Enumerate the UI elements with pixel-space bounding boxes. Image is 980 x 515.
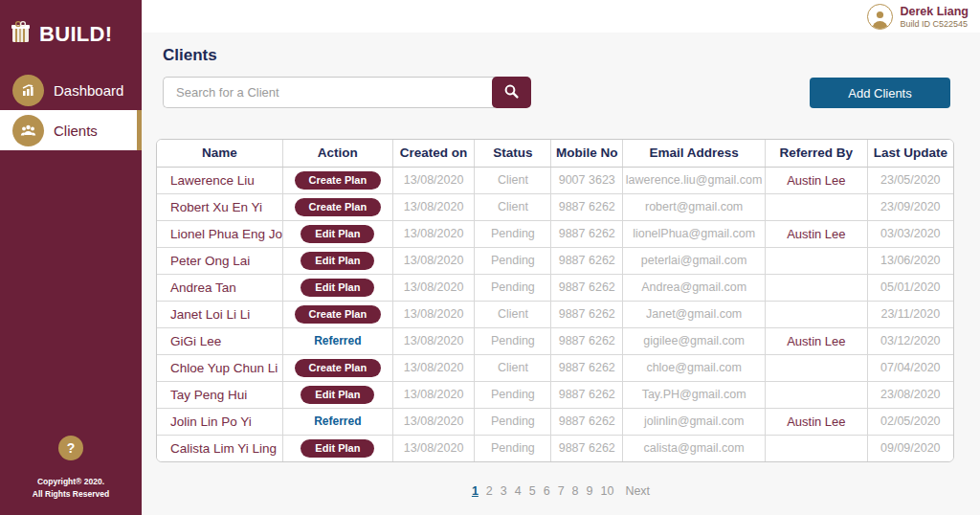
action-cell: Create Plan — [282, 193, 392, 220]
search-input[interactable] — [163, 77, 495, 108]
plan-button[interactable]: Edit Plan — [301, 439, 374, 458]
referred-label[interactable]: Referred — [314, 414, 361, 428]
mobile-no: 9887 6262 — [551, 408, 623, 435]
plan-button[interactable]: Edit Plan — [301, 225, 374, 243]
last-update: 03/12/2020 — [867, 327, 953, 354]
sidebar-item-clients[interactable]: Clients — [0, 110, 142, 150]
plan-button[interactable]: Create Plan — [295, 305, 382, 324]
column-header: Name — [157, 140, 282, 167]
plan-button[interactable]: Edit Plan — [301, 386, 374, 404]
client-name: Calista Lim Yi Ling — [157, 435, 282, 461]
table-row[interactable]: Lionel Phua Eng Joo Edit Plan 13/08/2020… — [157, 220, 953, 247]
status: Pending — [475, 274, 551, 301]
action-cell: Create Plan — [282, 354, 392, 381]
plan-button[interactable]: Create Plan — [295, 359, 382, 377]
page-link-9[interactable]: 9 — [587, 484, 593, 498]
email-address: jolinlin@gmail.com — [623, 408, 766, 435]
table-row[interactable]: Chloe Yup Chun Li Create Plan 13/08/2020… — [157, 354, 953, 381]
search-button[interactable] — [492, 77, 531, 108]
page-link-8[interactable]: 8 — [572, 484, 579, 498]
email-address: calista@gmail.com — [623, 435, 766, 461]
column-header: Status — [475, 140, 551, 167]
referred-by: Austin Lee — [766, 327, 867, 354]
email-address: Tay.PH@gmail.com — [623, 381, 766, 408]
created-on: 13/08/2020 — [392, 408, 475, 435]
email-address: Andrea@gmail.com — [623, 274, 766, 301]
mobile-no: 9887 6262 — [551, 193, 623, 220]
referred-by — [766, 274, 867, 301]
mobile-no: 9887 6262 — [551, 220, 623, 247]
page-link-2[interactable]: 2 — [486, 484, 493, 498]
created-on: 13/08/2020 — [392, 354, 475, 381]
plan-button[interactable]: Edit Plan — [301, 252, 374, 270]
created-on: 13/08/2020 — [392, 220, 475, 247]
client-name: Janet Loi Li Li — [157, 301, 282, 327]
mobile-no: 9887 6262 — [551, 274, 623, 301]
action-cell: Edit Plan — [282, 220, 392, 247]
table-row[interactable]: Lawerence Liu Create Plan 13/08/2020 Cli… — [157, 167, 953, 193]
table-row[interactable]: Calista Lim Yi Ling Edit Plan 13/08/2020… — [157, 435, 953, 461]
last-update: 23/08/2020 — [867, 381, 953, 408]
table-row[interactable]: Robert Xu En Yi Create Plan 13/08/2020 C… — [157, 193, 953, 220]
created-on: 13/08/2020 — [392, 435, 475, 461]
plan-button[interactable]: Create Plan — [295, 198, 382, 216]
sidebar-item-dashboard[interactable]: Dashboard — [0, 70, 142, 110]
page-link-7[interactable]: 7 — [558, 484, 565, 498]
referred-label[interactable]: Referred — [314, 334, 361, 347]
referred-by — [766, 354, 867, 381]
last-update: 13/06/2020 — [867, 247, 953, 274]
table-row[interactable]: Tay Peng Hui Edit Plan 13/08/2020 Pendin… — [157, 381, 953, 408]
column-header: Created on — [392, 140, 475, 167]
action-cell: Edit Plan — [282, 274, 392, 301]
column-header: Email Address — [623, 140, 766, 167]
mobile-no: 9007 3623 — [551, 167, 623, 193]
mobile-no: 9887 6262 — [551, 301, 623, 327]
table-row[interactable]: GiGi Lee Referred 13/08/2020 Pending 988… — [157, 327, 953, 354]
created-on: 13/08/2020 — [392, 193, 475, 220]
sidebar-item-label: Clients — [54, 123, 98, 139]
action-cell: Edit Plan — [282, 381, 392, 408]
help-icon[interactable]: ? — [58, 436, 83, 460]
action-cell: Referred — [282, 327, 392, 354]
action-cell: Create Plan — [282, 301, 392, 327]
email-address: chloe@gmail.com — [623, 354, 766, 381]
mobile-no: 9887 6262 — [551, 354, 623, 381]
table-row[interactable]: Andrea Tan Edit Plan 13/08/2020 Pending … — [157, 274, 953, 301]
next-page-link[interactable]: Next — [625, 484, 650, 498]
page-link-6[interactable]: 6 — [544, 484, 550, 498]
mobile-no: 9887 6262 — [551, 327, 623, 354]
status: Pending — [475, 408, 551, 435]
table-row[interactable]: Janet Loi Li Li Create Plan 13/08/2020 C… — [157, 301, 953, 327]
user-menu[interactable]: Derek Liang Build ID C522545 — [867, 4, 969, 30]
table-body: Lawerence Liu Create Plan 13/08/2020 Cli… — [157, 167, 953, 461]
client-name: Peter Ong Lai — [157, 247, 282, 274]
pagination: 12345678910Next — [142, 484, 980, 498]
magnifier-icon — [503, 83, 520, 102]
created-on: 13/08/2020 — [392, 381, 475, 408]
referred-by — [766, 247, 867, 274]
gift-box-icon — [9, 19, 34, 49]
action-cell: Create Plan — [282, 167, 392, 193]
created-on: 13/08/2020 — [392, 247, 475, 274]
plan-button[interactable]: Edit Plan — [301, 279, 374, 297]
created-on: 13/08/2020 — [392, 274, 475, 301]
created-on: 13/08/2020 — [392, 167, 475, 193]
page-link-1[interactable]: 1 — [472, 484, 479, 498]
client-name: Chloe Yup Chun Li — [157, 354, 282, 381]
people-group-icon — [12, 115, 44, 146]
mobile-no: 9887 6262 — [551, 435, 623, 461]
page-link-5[interactable]: 5 — [529, 484, 536, 498]
main-content: Clients Add Clients NameActionCreated on… — [142, 33, 980, 515]
table-row[interactable]: Peter Ong Lai Edit Plan 13/08/2020 Pendi… — [157, 247, 953, 274]
status: Pending — [475, 327, 551, 354]
email-address: lionelPhua@gmail.com — [623, 220, 766, 247]
add-clients-button[interactable]: Add Clients — [810, 78, 950, 108]
table-row[interactable]: Jolin Lin Po Yi Referred 13/08/2020 Pend… — [157, 408, 953, 435]
page-link-3[interactable]: 3 — [501, 484, 507, 498]
page-link-4[interactable]: 4 — [515, 484, 522, 498]
page-link-10[interactable]: 10 — [600, 484, 613, 498]
column-header: Last Update — [867, 140, 953, 167]
sidebar-nav: Dashboard Clients — [0, 70, 142, 150]
plan-button[interactable]: Create Plan — [295, 171, 382, 190]
client-name: Robert Xu En Yi — [157, 193, 282, 220]
